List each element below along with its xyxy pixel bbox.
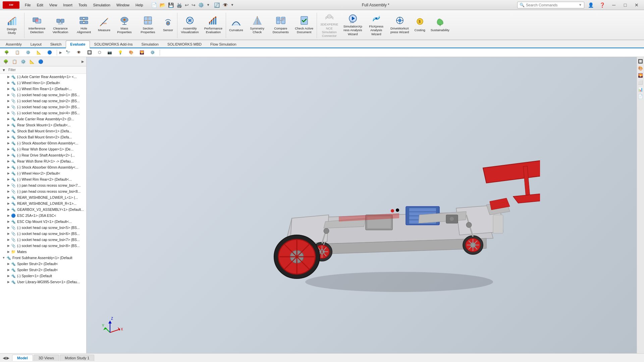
tree-item[interactable]: ▶ 🔩 (-) Shock Absorber 60mm Assembly<... bbox=[0, 164, 86, 170]
tree-item[interactable]: ▶ 🔩 (-) Wheel Rim Rear<2> (Default<... bbox=[0, 176, 86, 182]
symmetry-check-btn[interactable]: Symmetry Check bbox=[246, 11, 269, 38]
tree-item[interactable]: ▶ 🔩 (-) Rear Wish Bone Upper<1> (De... bbox=[0, 146, 86, 152]
sensor-btn[interactable]: Sensor bbox=[160, 11, 176, 38]
property-manager-icon[interactable]: 📋 bbox=[13, 49, 22, 56]
right-view-4-icon[interactable]: ⬜ bbox=[638, 79, 644, 85]
tree-arrow-icon[interactable]: ▶ bbox=[6, 159, 11, 164]
maximize-btn[interactable]: □ bbox=[621, 2, 630, 8]
tab-mbd[interactable]: SOLIDWORKS MBD bbox=[163, 41, 206, 48]
tree-item[interactable]: ▶ 📎 (-) socket head cap screw_bsi<5> (BS… bbox=[0, 225, 86, 231]
collapse-arrow[interactable]: ▶ bbox=[59, 51, 62, 54]
right-view-1-icon[interactable]: 🔲 bbox=[638, 58, 644, 64]
tree-item[interactable]: ▶ 🔩 Rear Shock Mount<1> (Default<... bbox=[0, 122, 86, 128]
hide-show-icon[interactable]: 👁️ bbox=[74, 49, 84, 56]
tree-arrow-icon[interactable]: ▶ bbox=[6, 274, 11, 278]
hole-alignment-btn[interactable]: Hole Alignment bbox=[72, 11, 96, 38]
scene-icon[interactable]: 🌄 bbox=[137, 49, 147, 56]
panel-collapse-icon[interactable]: ▶ bbox=[82, 60, 84, 63]
floworks-btn[interactable]: FloXpress Analysis Wizard bbox=[365, 11, 388, 38]
tree-item[interactable]: ▶ 📎 (-) socket head cap screw_bsi<2> (BS… bbox=[0, 98, 86, 104]
tree-item[interactable]: ▼ 🔩 Front Subframe Assembly<1> (Default bbox=[0, 255, 86, 261]
tree-arrow-icon[interactable]: ▶ bbox=[6, 153, 11, 158]
tree-item[interactable]: ▶ 🔩 GEARBOX_V3_ASSEMBLY<1> (Default... bbox=[0, 206, 86, 213]
tree-arrow-icon[interactable]: ▶ bbox=[6, 80, 11, 85]
tree-arrow-icon[interactable]: ▶ bbox=[6, 261, 11, 266]
tab-flow-simulation[interactable]: Flow Simulation bbox=[206, 41, 241, 48]
assembly-visualization-btn[interactable]: Assembly Visualization bbox=[178, 11, 202, 38]
search-box[interactable]: 🔍 ▼ bbox=[517, 2, 584, 8]
section-properties-btn[interactable]: Section Properties bbox=[136, 11, 160, 38]
measure-btn[interactable]: mm Measure bbox=[96, 11, 113, 38]
config-tree-icon[interactable]: ⚙️ bbox=[19, 58, 27, 65]
rebuild-icon[interactable]: 🔄 bbox=[214, 2, 220, 8]
tree-arrow-icon[interactable]: ▼ bbox=[1, 255, 6, 260]
feature-manager-icon[interactable]: 🌳 bbox=[2, 49, 11, 56]
tree-arrow-icon[interactable]: ▶ bbox=[6, 201, 11, 206]
tree-arrow-icon[interactable]: ▶ bbox=[6, 183, 11, 188]
tree-arrow-icon[interactable]: ▶ bbox=[6, 267, 11, 272]
tree-arrow-icon[interactable]: ▶ bbox=[6, 177, 11, 182]
tab-assembly[interactable]: Assembly bbox=[1, 41, 26, 48]
tree-item[interactable]: ▶ 📎 (-) socket head cap screw_bsi<1> (BS… bbox=[0, 92, 86, 98]
tree-arrow-icon[interactable]: ▶ bbox=[6, 74, 11, 79]
right-view-2-icon[interactable]: 🎨 bbox=[638, 65, 644, 71]
visibility-icon[interactable]: 👁️ bbox=[222, 2, 228, 8]
user-icon[interactable]: 👤 bbox=[586, 2, 596, 8]
costing-btn[interactable]: $ Costing bbox=[412, 11, 428, 38]
tree-item[interactable]: ▶ 🔩 (-) Wheel Hex<2> (Default< bbox=[0, 170, 86, 176]
tree-arrow-icon[interactable]: ▶ bbox=[6, 219, 11, 224]
tree-item[interactable]: ▶ 🔩 (-) Axle Carrier Rear Assembly<1> <.… bbox=[0, 74, 86, 80]
close-btn[interactable]: ✕ bbox=[632, 2, 641, 8]
undo-icon[interactable]: ↩ bbox=[185, 2, 189, 8]
view-settings-icon[interactable]: ⚙️ bbox=[148, 49, 157, 56]
tree-item[interactable]: ▶ 🔩 Axle Carrier Rear Assembly<2> (D... bbox=[0, 116, 86, 122]
filter-icon[interactable]: ▼ bbox=[2, 68, 6, 72]
tree-item[interactable]: ▶ 🔩 Rear Wish Bone RU<1> -> (Defau... bbox=[0, 158, 86, 164]
dim-tree-icon[interactable]: 📐 bbox=[28, 58, 36, 65]
tree-item[interactable]: ▶ 📎 (-) socket head cap screw_bsi<8> (BS… bbox=[0, 243, 86, 249]
tree-arrow-icon[interactable]: ▶ bbox=[6, 129, 11, 133]
tree-item[interactable]: ▶ 📎 (-) pan head cross recess screw_bsi<… bbox=[0, 188, 86, 194]
tree-arrow-icon[interactable]: ▶ bbox=[6, 165, 11, 170]
scroll-right-icon[interactable]: ▶ bbox=[6, 356, 9, 360]
menu-help[interactable]: Help bbox=[133, 2, 146, 8]
scroll-left-icon[interactable]: ◀ bbox=[3, 356, 6, 360]
bottom-tab-3dviews[interactable]: 3D Views bbox=[34, 355, 59, 361]
tree-arrow-icon[interactable]: ▶ bbox=[6, 93, 11, 97]
right-view-6-icon[interactable]: 📄 bbox=[638, 94, 644, 100]
print-icon[interactable]: 🖨️ bbox=[176, 2, 182, 8]
tree-item[interactable]: ▶ 📎 (-) pan head cross recess screw_bsi<… bbox=[0, 182, 86, 188]
dropdown-arrow-icon[interactable]: ▼ bbox=[207, 3, 210, 7]
menu-simulation[interactable]: Simulation bbox=[91, 2, 113, 8]
feature-tree-icon[interactable]: 🌳 bbox=[2, 58, 9, 65]
tree-area[interactable]: ▶ 🔩 (-) Axle Carrier Rear Assembly<1> <.… bbox=[0, 74, 86, 353]
tree-arrow-icon[interactable]: ▶ bbox=[6, 213, 11, 218]
help-icon[interactable]: ❓ bbox=[598, 2, 607, 8]
tree-item[interactable]: ▶ 🔩 (-) Wheel Hex<1> (Default< bbox=[0, 80, 86, 86]
tree-item[interactable]: ▶ 📁 Mates bbox=[0, 249, 86, 255]
tree-arrow-icon[interactable]: ▶ bbox=[6, 280, 11, 284]
menu-insert[interactable]: Insert bbox=[60, 2, 75, 8]
section-view-icon[interactable]: ⬡ bbox=[96, 49, 104, 56]
driveworks-btn[interactable]: DriveWorksXpress Wizard bbox=[388, 11, 412, 38]
performance-evaluation-btn[interactable]: Performance Evaluation bbox=[202, 11, 225, 38]
curvature-btn[interactable]: Curvature bbox=[227, 11, 246, 38]
search-input[interactable] bbox=[526, 3, 579, 7]
tree-arrow-icon[interactable]: ▶ bbox=[6, 195, 11, 200]
configuration-manager-icon[interactable]: ⚙️ bbox=[23, 49, 33, 56]
3dexperience-btn[interactable]: 3DEXPERIENCE Simulation Connector bbox=[318, 11, 341, 38]
right-view-5-icon[interactable]: 📊 bbox=[638, 86, 644, 93]
tree-arrow-icon[interactable]: ▶ bbox=[6, 147, 11, 152]
save-icon[interactable]: 💾 bbox=[168, 2, 174, 8]
tree-item[interactable]: ▶ 🔩 Spoiler Strut<2> (Default< bbox=[0, 267, 86, 273]
view-orient-icon[interactable]: 🔭 bbox=[63, 49, 73, 56]
tree-arrow-icon[interactable]: ▶ bbox=[6, 111, 11, 115]
tree-item[interactable]: ▶ 🔩 (-) Spoiler<1> (Default bbox=[0, 273, 86, 279]
tree-item[interactable]: ▶ 🔩 Spoiler Strut<2> (Default< bbox=[0, 261, 86, 267]
tab-addins[interactable]: SOLIDWORKS Add-Ins bbox=[90, 41, 137, 48]
tree-item[interactable]: ▶ 🔩 REAR_WISHBONE_LOWER_R<1>... bbox=[0, 200, 86, 206]
search-dropdown-icon[interactable]: ▼ bbox=[579, 3, 582, 7]
tree-item[interactable]: ▶ 🔩 User Library-MG995-Servo<1> (Defau..… bbox=[0, 279, 86, 285]
interference-detection-btn[interactable]: Interference Detection bbox=[25, 11, 49, 38]
menu-view[interactable]: View bbox=[47, 2, 60, 8]
